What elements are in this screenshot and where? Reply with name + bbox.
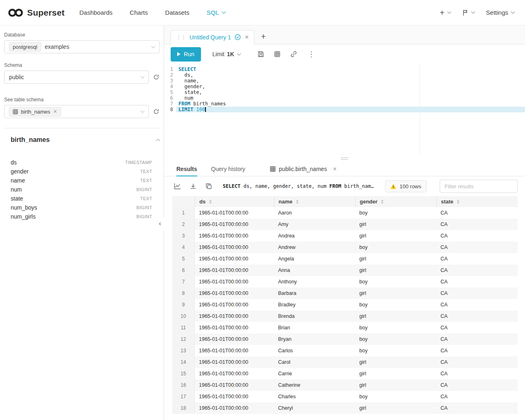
row-index: 8 [172, 288, 195, 299]
query-tab[interactable]: ⋮⋮ Untitled Query 1 ✕ [171, 30, 254, 44]
table-row[interactable]: 141965-01-01T00:00:00CarolgirlCA [172, 356, 518, 368]
code-token: birth_names [190, 101, 226, 107]
table-row[interactable]: 151965-01-01T00:00:00CarriegirlCA [172, 368, 518, 379]
table-row[interactable]: 71965-01-01T00:00:00AnthonyboyCA [172, 276, 518, 288]
table-row[interactable]: 91965-01-01T00:00:00BradleyboyCA [172, 299, 518, 310]
table-row[interactable]: 131965-01-01T00:00:00CarlosboyCA [172, 345, 518, 356]
nav-item-label: Datasets [165, 9, 189, 16]
cell-ds: 1965-01-01T00:00:00 [195, 302, 274, 308]
column-header-state[interactable]: state [436, 196, 518, 207]
cell-state: CA [436, 382, 518, 388]
cell-ds: 1965-01-01T00:00:00 [195, 405, 274, 411]
table-row[interactable]: 21965-01-01T00:00:00AmygirlCA [172, 219, 518, 230]
nav-item-charts[interactable]: Charts [130, 9, 148, 16]
nav-item-datasets[interactable]: Datasets [165, 9, 189, 16]
alerts-dropdown[interactable] [462, 9, 475, 16]
cell-state: CA [436, 244, 518, 250]
explore-chart-button[interactable] [174, 183, 181, 189]
close-tab-icon[interactable]: ✕ [244, 34, 249, 40]
table-row[interactable]: 61965-01-01T00:00:00AnnagirlCA [172, 265, 518, 276]
cell-state: CA [436, 336, 518, 342]
cell-ds: 1965-01-01T00:00:00 [195, 221, 274, 227]
new-item-dropdown[interactable]: + [440, 9, 451, 17]
table-row[interactable]: 171965-01-01T00:00:00CharlesboyCA [172, 391, 518, 402]
editor-code[interactable]: SELECT ds, name, gender, state, numFROM … [176, 66, 525, 155]
table-row[interactable]: 41965-01-01T00:00:00AndrewboyCA [172, 242, 518, 253]
remove-table-icon[interactable]: ✕ [53, 109, 57, 114]
code-line[interactable]: num [176, 95, 525, 101]
table-row[interactable]: 81965-01-01T00:00:00BarbaragirlCA [172, 288, 518, 299]
refresh-tables-button[interactable] [153, 108, 160, 115]
copy-results-button[interactable] [205, 183, 212, 189]
row-index: 2 [172, 219, 195, 230]
cell-ds: 1965-01-01T00:00:00 [195, 256, 274, 262]
code-line[interactable]: LIMIT 100 [176, 107, 525, 112]
column-header-gender[interactable]: gender [355, 196, 436, 207]
table-row[interactable]: 161965-01-01T00:00:00CatherinegirlCA [172, 379, 518, 391]
code-token: FROM [178, 101, 190, 107]
code-line[interactable]: SELECT [176, 66, 525, 72]
refresh-schemas-button[interactable] [153, 74, 160, 80]
cell-name: Aaron [274, 210, 355, 216]
sql-lab-page: Database postgresql examples Schema publ… [0, 25, 525, 420]
tab-query-history[interactable]: Query history [211, 162, 245, 176]
save-icon [258, 51, 264, 57]
table-select[interactable]: birth_names ✕ [4, 105, 149, 118]
code-line[interactable]: name, [176, 78, 525, 84]
superset-logo[interactable]: Superset [7, 8, 64, 18]
render-table-button[interactable] [274, 51, 281, 57]
table-column-row: nameTEXT [11, 176, 152, 185]
panel-resize-handle[interactable] [164, 155, 525, 162]
cell-gender: boy [355, 210, 436, 216]
schema-select[interactable]: public [4, 71, 149, 84]
table-row[interactable]: 51965-01-01T00:00:00AngelagirlCA [172, 253, 518, 265]
close-tab-icon[interactable]: ✕ [333, 166, 337, 172]
sort-icon[interactable] [209, 200, 212, 204]
copy-link-button[interactable] [290, 51, 297, 57]
table-row[interactable]: 31965-01-01T00:00:00AndreagirlCA [172, 230, 518, 242]
column-header-ds[interactable]: ds [195, 196, 274, 207]
settings-menu[interactable]: Settings [486, 9, 514, 16]
new-query-tab-button[interactable]: + [261, 32, 266, 41]
table-schema-header[interactable]: birth_names [4, 134, 160, 146]
table-row[interactable]: 181965-01-01T00:00:00CherylgirlCA [172, 402, 518, 414]
sort-icon[interactable] [457, 200, 459, 204]
results-toolbar: SELECT ds, name, gender, state, num FROM… [164, 176, 525, 196]
more-actions-menu[interactable]: ⋮ [308, 50, 315, 59]
cell-gender: girl [355, 359, 436, 365]
limit-dropdown[interactable]: Limit 1K [212, 51, 240, 57]
chevron-down-icon [221, 10, 226, 14]
nav-item-dashboards[interactable]: Dashboards [79, 9, 112, 16]
table-row[interactable]: 101965-01-01T00:00:00BrendagirlCA [172, 310, 518, 322]
cell-ds: 1965-01-01T00:00:00 [195, 290, 274, 296]
save-query-button[interactable] [258, 51, 264, 57]
row-count-badge[interactable]: 100 rows [385, 180, 427, 192]
column-header-label: state [441, 199, 453, 205]
database-label: Database [4, 32, 160, 38]
code-line[interactable]: FROM birth_names [176, 101, 525, 107]
query-preview-token: ds, name, gender, state, num [240, 183, 329, 189]
code-token: name, [178, 78, 199, 84]
code-line[interactable]: ds, [176, 72, 525, 78]
filter-results-input[interactable] [440, 180, 518, 193]
table-row[interactable]: 111965-01-01T00:00:00BrianboyCA [172, 322, 518, 333]
nav-item-sql[interactable]: SQL [207, 9, 225, 16]
database-name-value: examples [45, 43, 69, 50]
tab-results[interactable]: Results [176, 162, 197, 176]
play-icon [177, 52, 180, 56]
table-row[interactable]: 11965-01-01T00:00:00AaronboyCA [172, 207, 518, 219]
code-line[interactable]: state, [176, 89, 525, 95]
sql-editor[interactable]: 12345678 SELECT ds, name, gender, state,… [164, 64, 525, 155]
sort-icon[interactable] [296, 200, 299, 204]
run-query-button[interactable]: Run [171, 47, 201, 62]
collapse-sidebar-button[interactable]: ‹ [156, 217, 164, 230]
table-row[interactable]: 121965-01-01T00:00:00BryanboyCA [172, 333, 518, 345]
column-header-name[interactable]: name [274, 196, 355, 207]
download-csv-button[interactable] [190, 183, 196, 189]
database-select[interactable]: postgresql examples [4, 40, 160, 53]
code-line[interactable]: gender, [176, 84, 525, 89]
cell-name: Carol [274, 359, 355, 365]
drag-handle-icon[interactable]: ⋮⋮ [176, 34, 186, 40]
tab-table-preview[interactable]: public.birth_names ✕ [270, 162, 337, 176]
sort-icon[interactable] [381, 200, 383, 204]
